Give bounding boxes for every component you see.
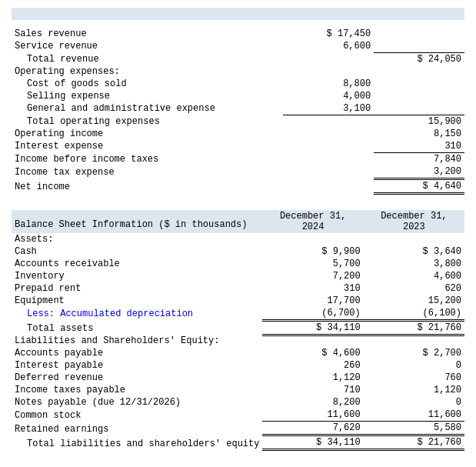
balance-row-2024: 1,120 [262, 372, 363, 384]
balance-header-2024: December 31,2024 [262, 210, 363, 233]
balance-row-2024: 7,620 [262, 422, 363, 435]
balance-row-2023: 0 [364, 396, 464, 409]
balance-row-label: Total assets [12, 320, 262, 335]
income-row-right [374, 28, 464, 40]
balance-row: Accounts payable$ 4,600$ 2,700 [12, 347, 464, 359]
balance-row: Cash$ 9,900$ 3,640 [12, 245, 464, 258]
balance-sheet-header-label: Balance Sheet Information ($ in thousand… [12, 210, 262, 233]
balance-row: Assets: [12, 233, 464, 245]
balance-row-2024: $ 4,600 [262, 347, 363, 359]
balance-row: Deferred revenue1,120760 [12, 372, 464, 384]
income-row-right: 8,150 [374, 128, 464, 140]
income-row-right [374, 40, 464, 52]
balance-row-label: Notes payable (due 12/31/2026) [12, 396, 262, 409]
balance-row-2024: 17,700 [262, 295, 363, 307]
balance-row-2024: 310 [262, 282, 363, 295]
income-row-mid: $ 17,450 [283, 28, 374, 40]
balance-row-2023: 620 [364, 282, 464, 295]
income-row-label: Operating expenses: [12, 65, 283, 78]
income-row-mid: 4,000 [283, 90, 374, 102]
income-row-mid: 6,600 [283, 40, 374, 52]
income-row-mid [283, 178, 374, 193]
balance-row-2023: 4,600 [364, 270, 464, 282]
income-row-right [374, 78, 464, 90]
balance-row-2024: 710 [262, 384, 363, 396]
balance-row-2023: $ 21,760 [364, 320, 464, 335]
balance-row-2023: (6,100) [364, 307, 464, 321]
income-row: Cost of goods sold8,800 [12, 78, 464, 90]
income-row: Income before income taxes7,840 [12, 152, 464, 165]
balance-row-2023: 5,580 [364, 422, 464, 435]
balance-row: Total assets$ 34,110$ 21,760 [12, 320, 464, 335]
balance-row-label: Interest payable [12, 359, 262, 372]
income-row: Net income$ 4,640 [12, 178, 464, 193]
balance-row-label: Less: Accumulated depreciation [12, 307, 262, 321]
balance-row-2023: $ 21,760 [364, 435, 464, 450]
income-row-label: Total operating expenses [12, 115, 283, 128]
income-row-label: Net income [12, 178, 283, 193]
balance-row: Accounts receivable5,7003,800 [12, 258, 464, 270]
income-row-mid [283, 128, 374, 140]
balance-row-2024 [262, 233, 363, 245]
income-row: Operating expenses: [12, 65, 464, 78]
income-row-right [374, 90, 464, 102]
balance-row-2023: $ 3,640 [364, 245, 464, 258]
balance-header-2023: December 31,2023 [364, 210, 464, 233]
balance-row: Common stock11,60011,600 [12, 409, 464, 422]
income-statement-table: Sales revenue$ 17,450Service revenue6,60… [12, 28, 464, 195]
balance-row-2023 [364, 233, 464, 245]
balance-row: Equipment17,70015,200 [12, 295, 464, 307]
balance-row-label: Cash [12, 245, 262, 258]
balance-row-2024: $ 9,900 [262, 245, 363, 258]
balance-row-2023: 760 [364, 372, 464, 384]
balance-row-label: Total liabilities and shareholders' equi… [12, 435, 262, 450]
balance-sheet-table: Balance Sheet Information ($ in thousand… [12, 210, 464, 452]
income-row-mid [283, 115, 374, 128]
balance-row-2024: 11,600 [262, 409, 363, 422]
income-row-mid [283, 152, 374, 165]
income-row: Service revenue6,600 [12, 40, 464, 52]
income-row-label: General and administrative expense [12, 102, 283, 115]
balance-row-2024 [262, 335, 363, 347]
balance-row: Prepaid rent310620 [12, 282, 464, 295]
balance-row-label: Common stock [12, 409, 262, 422]
income-statement-header [12, 8, 464, 20]
balance-row-2024: 260 [262, 359, 363, 372]
income-row-right: $ 24,050 [374, 52, 464, 65]
balance-row: Retained earnings7,6205,580 [12, 422, 464, 435]
balance-row-2023: 11,600 [364, 409, 464, 422]
balance-row-2024: 8,200 [262, 396, 363, 409]
balance-row-2023 [364, 335, 464, 347]
income-row-mid: 8,800 [283, 78, 374, 90]
income-row-label: Operating income [12, 128, 283, 140]
balance-row-label: Retained earnings [12, 422, 262, 435]
balance-row-2024: 5,700 [262, 258, 363, 270]
balance-row-2024: $ 34,110 [262, 320, 363, 335]
income-row-right [374, 65, 464, 78]
income-row: Sales revenue$ 17,450 [12, 28, 464, 40]
income-row-label: Selling expense [12, 90, 283, 102]
balance-row: Notes payable (due 12/31/2026)8,2000 [12, 396, 464, 409]
income-row-right: 3,200 [374, 165, 464, 179]
income-row-label: Interest expense [12, 140, 283, 153]
balance-row-label: Inventory [12, 270, 262, 282]
balance-row-2023: 15,200 [364, 295, 464, 307]
income-row: Interest expense310 [12, 140, 464, 153]
income-row: Total revenue$ 24,050 [12, 52, 464, 65]
balance-row-2024: 7,200 [262, 270, 363, 282]
income-row-label: Income before income taxes [12, 152, 283, 165]
income-row: Operating income8,150 [12, 128, 464, 140]
income-row-right: 15,900 [374, 115, 464, 128]
balance-row-2023: $ 2,700 [364, 347, 464, 359]
income-row: Selling expense4,000 [12, 90, 464, 102]
balance-row-label: Accounts payable [12, 347, 262, 359]
balance-row-2024: $ 34,110 [262, 435, 363, 450]
balance-row-2024: (6,700) [262, 307, 363, 321]
income-row-right: 310 [374, 140, 464, 153]
income-row-label: Total revenue [12, 52, 283, 65]
balance-row: Total liabilities and shareholders' equi… [12, 435, 464, 450]
income-row-label: Cost of goods sold [12, 78, 283, 90]
income-row-label: Income tax expense [12, 165, 283, 179]
balance-row-label: Accounts receivable [12, 258, 262, 270]
income-row-right [374, 102, 464, 115]
